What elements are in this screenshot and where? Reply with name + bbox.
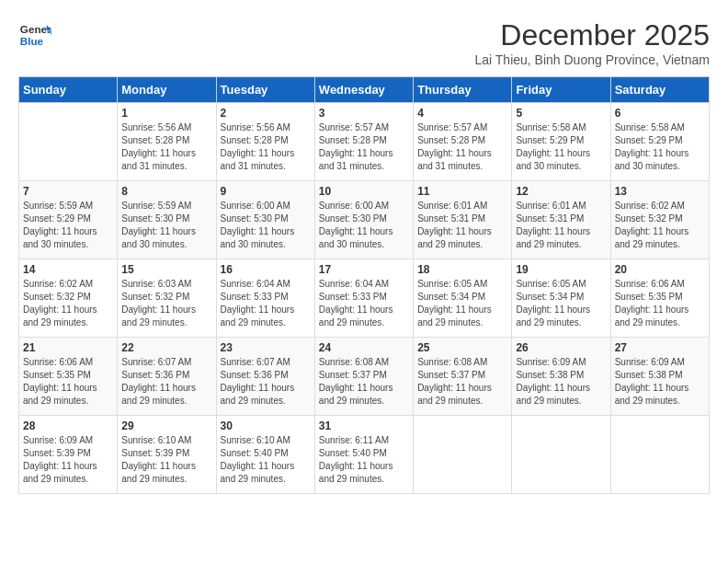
day-info: Sunrise: 6:09 AM Sunset: 5:38 PM Dayligh… xyxy=(615,356,705,408)
title-block: December 2025 Lai Thieu, Binh Duong Prov… xyxy=(474,18,710,67)
day-number: 9 xyxy=(221,185,311,198)
day-number: 4 xyxy=(417,107,507,120)
calendar-table: SundayMondayTuesdayWednesdayThursdayFrid… xyxy=(18,76,710,494)
location-subtitle: Lai Thieu, Binh Duong Province, Vietnam xyxy=(474,52,710,67)
day-info: Sunrise: 6:10 AM Sunset: 5:40 PM Dayligh… xyxy=(221,434,311,486)
day-number: 5 xyxy=(516,107,606,120)
day-number: 31 xyxy=(319,419,409,432)
day-info: Sunrise: 6:01 AM Sunset: 5:31 PM Dayligh… xyxy=(417,200,507,251)
calendar-cell: 4Sunrise: 5:57 AM Sunset: 5:28 PM Daylig… xyxy=(414,103,512,181)
day-info: Sunrise: 6:11 AM Sunset: 5:40 PM Dayligh… xyxy=(319,434,409,486)
day-number: 23 xyxy=(221,341,311,354)
day-info: Sunrise: 5:56 AM Sunset: 5:28 PM Dayligh… xyxy=(221,121,311,173)
calendar-cell: 16Sunrise: 6:04 AM Sunset: 5:33 PM Dayli… xyxy=(216,259,314,338)
day-info: Sunrise: 5:58 AM Sunset: 5:29 PM Dayligh… xyxy=(516,121,606,173)
day-number: 24 xyxy=(319,341,409,354)
day-of-week-header: Wednesday xyxy=(314,77,413,103)
calendar-cell: 27Sunrise: 6:09 AM Sunset: 5:38 PM Dayli… xyxy=(610,338,709,416)
day-of-week-header: Tuesday xyxy=(216,77,314,103)
day-info: Sunrise: 6:05 AM Sunset: 5:34 PM Dayligh… xyxy=(417,278,507,329)
calendar-header-row: SundayMondayTuesdayWednesdayThursdayFrid… xyxy=(19,77,710,103)
calendar-cell: 13Sunrise: 6:02 AM Sunset: 5:32 PM Dayli… xyxy=(610,181,709,259)
day-number: 2 xyxy=(221,107,311,120)
calendar-cell: 2Sunrise: 5:56 AM Sunset: 5:28 PM Daylig… xyxy=(216,103,314,181)
day-number: 14 xyxy=(23,263,113,276)
day-info: Sunrise: 5:56 AM Sunset: 5:28 PM Dayligh… xyxy=(121,121,211,173)
day-number: 6 xyxy=(615,107,705,120)
day-info: Sunrise: 5:59 AM Sunset: 5:29 PM Dayligh… xyxy=(23,200,113,251)
day-number: 13 xyxy=(615,185,705,198)
calendar-cell: 7Sunrise: 5:59 AM Sunset: 5:29 PM Daylig… xyxy=(19,181,118,259)
calendar-cell: 25Sunrise: 6:08 AM Sunset: 5:37 PM Dayli… xyxy=(414,338,512,416)
day-number: 20 xyxy=(615,263,705,276)
month-title: December 2025 xyxy=(474,18,710,52)
day-number: 19 xyxy=(516,263,606,276)
calendar-cell: 6Sunrise: 5:58 AM Sunset: 5:29 PM Daylig… xyxy=(610,103,709,181)
day-info: Sunrise: 6:07 AM Sunset: 5:36 PM Dayligh… xyxy=(121,356,211,408)
day-of-week-header: Friday xyxy=(512,77,610,103)
svg-text:Blue: Blue xyxy=(20,35,44,47)
calendar-week-row: 1Sunrise: 5:56 AM Sunset: 5:28 PM Daylig… xyxy=(19,103,710,181)
calendar-cell: 15Sunrise: 6:03 AM Sunset: 5:32 PM Dayli… xyxy=(118,259,216,338)
day-number: 25 xyxy=(417,341,507,354)
calendar-cell xyxy=(414,416,512,494)
day-info: Sunrise: 6:02 AM Sunset: 5:32 PM Dayligh… xyxy=(23,278,113,329)
calendar-cell: 9Sunrise: 6:00 AM Sunset: 5:30 PM Daylig… xyxy=(216,181,314,259)
day-number: 10 xyxy=(319,185,409,198)
logo: General Blue xyxy=(18,18,51,52)
day-info: Sunrise: 5:59 AM Sunset: 5:30 PM Dayligh… xyxy=(121,200,211,251)
calendar-week-row: 21Sunrise: 6:06 AM Sunset: 5:35 PM Dayli… xyxy=(19,338,710,416)
calendar-cell: 19Sunrise: 6:05 AM Sunset: 5:34 PM Dayli… xyxy=(512,259,610,338)
day-info: Sunrise: 6:05 AM Sunset: 5:34 PM Dayligh… xyxy=(516,278,606,329)
day-info: Sunrise: 6:06 AM Sunset: 5:35 PM Dayligh… xyxy=(615,278,705,329)
calendar-cell: 30Sunrise: 6:10 AM Sunset: 5:40 PM Dayli… xyxy=(216,416,314,494)
calendar-cell: 18Sunrise: 6:05 AM Sunset: 5:34 PM Dayli… xyxy=(414,259,512,338)
calendar-week-row: 28Sunrise: 6:09 AM Sunset: 5:39 PM Dayli… xyxy=(19,416,710,494)
calendar-cell: 5Sunrise: 5:58 AM Sunset: 5:29 PM Daylig… xyxy=(512,103,610,181)
day-of-week-header: Sunday xyxy=(19,77,118,103)
day-of-week-header: Monday xyxy=(118,77,216,103)
day-number: 17 xyxy=(319,263,409,276)
calendar-cell: 12Sunrise: 6:01 AM Sunset: 5:31 PM Dayli… xyxy=(512,181,610,259)
day-info: Sunrise: 6:02 AM Sunset: 5:32 PM Dayligh… xyxy=(615,200,705,251)
calendar-cell: 17Sunrise: 6:04 AM Sunset: 5:33 PM Dayli… xyxy=(314,259,413,338)
day-number: 11 xyxy=(417,185,507,198)
calendar-cell: 8Sunrise: 5:59 AM Sunset: 5:30 PM Daylig… xyxy=(118,181,216,259)
calendar-cell: 26Sunrise: 6:09 AM Sunset: 5:38 PM Dayli… xyxy=(512,338,610,416)
day-info: Sunrise: 5:58 AM Sunset: 5:29 PM Dayligh… xyxy=(615,121,705,173)
calendar-cell: 14Sunrise: 6:02 AM Sunset: 5:32 PM Dayli… xyxy=(19,259,118,338)
calendar-cell xyxy=(610,416,709,494)
calendar-cell: 22Sunrise: 6:07 AM Sunset: 5:36 PM Dayli… xyxy=(118,338,216,416)
calendar-cell xyxy=(19,103,118,181)
calendar-cell: 3Sunrise: 5:57 AM Sunset: 5:28 PM Daylig… xyxy=(314,103,413,181)
calendar-cell: 28Sunrise: 6:09 AM Sunset: 5:39 PM Dayli… xyxy=(19,416,118,494)
day-info: Sunrise: 6:06 AM Sunset: 5:35 PM Dayligh… xyxy=(23,356,113,408)
day-number: 15 xyxy=(121,263,211,276)
day-info: Sunrise: 6:08 AM Sunset: 5:37 PM Dayligh… xyxy=(417,356,507,408)
day-number: 18 xyxy=(417,263,507,276)
day-info: Sunrise: 6:01 AM Sunset: 5:31 PM Dayligh… xyxy=(516,200,606,251)
day-number: 3 xyxy=(319,107,409,120)
calendar-cell: 20Sunrise: 6:06 AM Sunset: 5:35 PM Dayli… xyxy=(610,259,709,338)
day-number: 28 xyxy=(23,419,113,432)
calendar-cell: 21Sunrise: 6:06 AM Sunset: 5:35 PM Dayli… xyxy=(19,338,118,416)
calendar-week-row: 14Sunrise: 6:02 AM Sunset: 5:32 PM Dayli… xyxy=(19,259,710,338)
day-info: Sunrise: 5:57 AM Sunset: 5:28 PM Dayligh… xyxy=(417,121,507,173)
day-of-week-header: Saturday xyxy=(610,77,709,103)
day-number: 1 xyxy=(121,107,211,120)
day-info: Sunrise: 6:03 AM Sunset: 5:32 PM Dayligh… xyxy=(121,278,211,329)
day-info: Sunrise: 6:10 AM Sunset: 5:39 PM Dayligh… xyxy=(121,434,211,486)
calendar-week-row: 7Sunrise: 5:59 AM Sunset: 5:29 PM Daylig… xyxy=(19,181,710,259)
calendar-cell: 23Sunrise: 6:07 AM Sunset: 5:36 PM Dayli… xyxy=(216,338,314,416)
logo-icon: General Blue xyxy=(18,18,51,52)
day-number: 16 xyxy=(221,263,311,276)
day-number: 27 xyxy=(615,341,705,354)
day-number: 22 xyxy=(121,341,211,354)
day-info: Sunrise: 6:07 AM Sunset: 5:36 PM Dayligh… xyxy=(221,356,311,408)
calendar-cell xyxy=(512,416,610,494)
day-info: Sunrise: 6:09 AM Sunset: 5:39 PM Dayligh… xyxy=(23,434,113,486)
day-number: 26 xyxy=(516,341,606,354)
calendar-cell: 1Sunrise: 5:56 AM Sunset: 5:28 PM Daylig… xyxy=(118,103,216,181)
day-number: 8 xyxy=(121,185,211,198)
calendar-cell: 11Sunrise: 6:01 AM Sunset: 5:31 PM Dayli… xyxy=(414,181,512,259)
